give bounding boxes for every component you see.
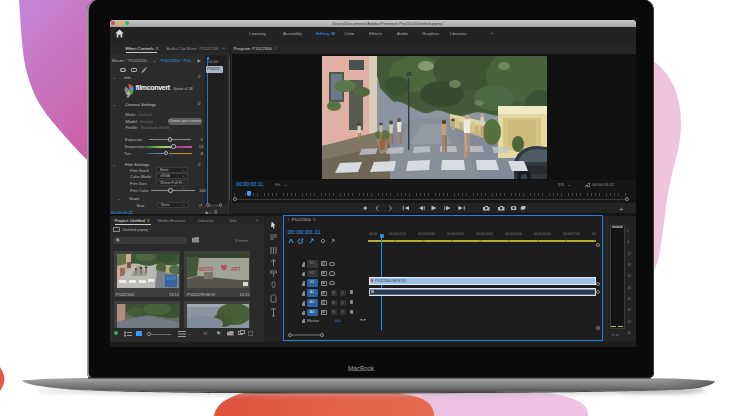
svg-text:ART: ART [231,267,241,272]
svg-text:NSITO: NSITO [199,267,213,272]
